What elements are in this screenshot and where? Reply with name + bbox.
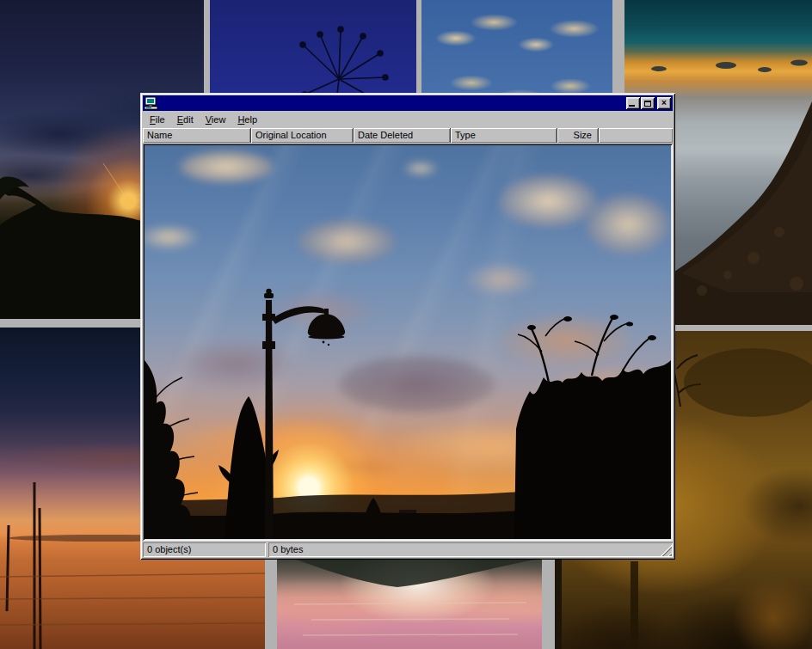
resize-grip[interactable] xyxy=(661,545,672,556)
computer-icon xyxy=(145,97,158,110)
column-header-original-location[interactable]: Original Location xyxy=(251,128,354,143)
column-header-filler xyxy=(599,128,673,143)
column-header-row: Name Original Location Date Deleted Type… xyxy=(143,128,673,144)
status-bytes: 0 bytes xyxy=(268,542,673,557)
status-bar: 0 object(s) 0 bytes xyxy=(143,541,673,558)
close-icon: × xyxy=(661,99,667,107)
recycle-bin-window: × File Edit View Help Name Original Loca… xyxy=(140,93,675,560)
menu-edit[interactable]: Edit xyxy=(171,113,200,127)
maximize-button[interactable] xyxy=(641,97,655,109)
column-header-type[interactable]: Type xyxy=(451,128,557,143)
minimize-button[interactable] xyxy=(626,97,640,109)
menu-file[interactable]: File xyxy=(144,113,171,127)
column-header-date-deleted[interactable]: Date Deleted xyxy=(354,128,451,143)
menu-view[interactable]: View xyxy=(200,113,232,127)
titlebar[interactable]: × xyxy=(143,95,673,111)
column-header-name[interactable]: Name xyxy=(143,128,251,143)
status-objects: 0 object(s) xyxy=(143,542,266,557)
landscape-silhouette-graphic xyxy=(145,145,671,539)
status-bytes-text: 0 bytes xyxy=(273,544,303,554)
menu-help[interactable]: Help xyxy=(231,113,263,127)
sunset-photo-background xyxy=(145,145,671,539)
minimize-icon xyxy=(629,105,635,107)
file-list-area[interactable] xyxy=(143,144,673,541)
column-header-size[interactable]: Size xyxy=(557,128,599,143)
maximize-icon xyxy=(644,101,651,107)
close-button[interactable]: × xyxy=(657,97,671,109)
menu-bar: File Edit View Help xyxy=(143,112,673,128)
